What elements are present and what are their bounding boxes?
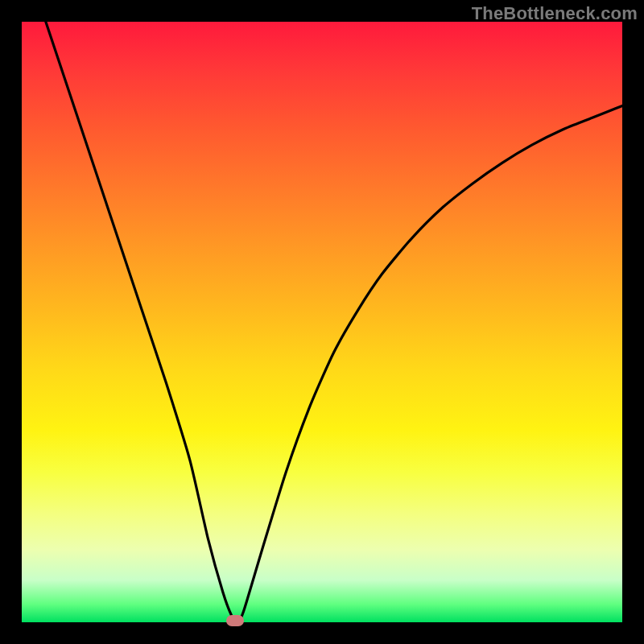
plot-area: [22, 22, 622, 622]
watermark-text: TheBottleneck.com: [472, 3, 638, 24]
bottleneck-curve: [46, 22, 622, 622]
curve-svg: [22, 22, 622, 622]
optimal-point-marker: [226, 615, 244, 626]
chart-frame: TheBottleneck.com: [0, 0, 644, 644]
